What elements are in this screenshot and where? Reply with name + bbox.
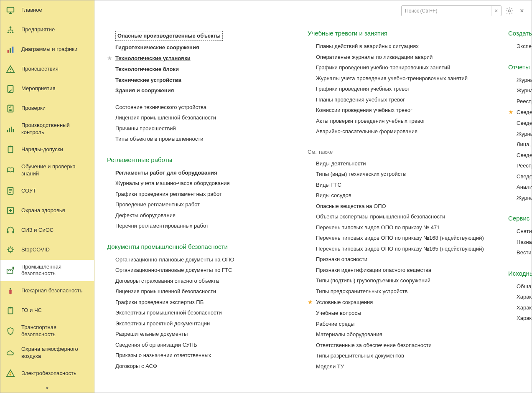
sidebar-item-events[interactable]: Мероприятия (0, 79, 94, 99)
sidebar-item-incidents[interactable]: Происшествия (0, 59, 94, 79)
sidebar-item-health[interactable]: Охрана здоровья (0, 201, 94, 221)
link[interactable]: Сняти (517, 227, 532, 236)
link[interactable]: Материалы оборудования (316, 330, 382, 339)
link[interactable]: Графики проведения учебных тревог (316, 85, 410, 93)
link[interactable]: Договоры с АСФ (115, 362, 157, 370)
sidebar-expand-down[interactable]: ▾ (0, 384, 94, 393)
link[interactable]: Разрешительные документы (115, 330, 188, 338)
link[interactable]: Реестр (517, 97, 532, 106)
link[interactable]: Модели ТУ (316, 363, 344, 371)
link[interactable]: Характ (517, 304, 532, 312)
link[interactable]: Сведения об организации СУПБ (115, 341, 197, 349)
sidebar-item-stopcovid[interactable]: StopCOVID (0, 240, 94, 260)
link[interactable]: Вести (517, 248, 532, 257)
link[interactable]: Приказы о назначении ответственных (115, 351, 211, 360)
link[interactable]: Лицензия промышленной безопасности (115, 114, 216, 122)
sidebar-item-industrial-safety[interactable]: Промышленная безопасность (0, 260, 94, 281)
link[interactable]: Признаки опасности (316, 255, 367, 264)
sidebar-item-prod-control[interactable]: Производственный контроль (0, 118, 94, 140)
sidebar-item-diagrams[interactable]: Диаграммы и графики (0, 40, 94, 59)
sidebar-item-electro[interactable]: Электробезопасность (0, 364, 94, 383)
link[interactable]: Графики проведения учебно-тренировочных … (316, 63, 450, 72)
link[interactable]: Виды сосудов (316, 191, 351, 200)
link[interactable]: Состояние технического устройства (115, 103, 206, 112)
link[interactable]: Журна (517, 194, 532, 202)
link[interactable]: Графики проведения регламентных работ (115, 190, 222, 198)
sidebar-item-enterprise[interactable]: Предприятие (0, 20, 94, 40)
search-clear-button[interactable]: × (491, 6, 501, 16)
sidebar-item-transport[interactable]: Транспортная безопасность (0, 320, 94, 342)
link[interactable]: Лица, (517, 140, 531, 149)
link[interactable]: Проведение регламентных работ (115, 200, 200, 209)
link[interactable]: Организационно-плановые документы на ОПО (115, 256, 234, 264)
link[interactable]: Характ (517, 314, 532, 322)
link[interactable]: Журна (517, 130, 532, 138)
content-scroll[interactable]: Опасные производственные объекты Гидроте… (94, 21, 532, 393)
link[interactable]: Реестр (517, 162, 532, 170)
link[interactable]: Аварийно-спасательные формирования (316, 127, 417, 136)
sidebar-item-permits[interactable]: Наряды-допуски (0, 140, 94, 160)
sidebar-item-go-chs[interactable]: ГО и ЧС (0, 301, 94, 320)
link[interactable]: Перечень типовых видов ОПО по приказу №1… (316, 245, 484, 253)
link[interactable]: Типы разрешительных документов (316, 352, 404, 360)
sidebar-item-training[interactable]: Обучение и проверка знаний (0, 160, 94, 181)
sidebar-item-atmosphere[interactable]: Охрана атмосферного воздуха (0, 342, 94, 364)
link[interactable]: Ответственные за обеспечение безопасност… (316, 341, 432, 350)
link[interactable]: Рабочие среды (316, 320, 354, 328)
link[interactable]: Типы предохранительных устройств (316, 287, 407, 296)
link[interactable]: Перечни регламентированных работ (115, 222, 209, 230)
link[interactable]: Сведе (517, 108, 532, 117)
link[interactable]: Анали (517, 183, 532, 191)
link[interactable]: Объекты экспертизы промышленной безопасн… (316, 213, 445, 221)
link[interactable]: Договоры страхования опасного объекта (115, 277, 219, 285)
link-tech-devices[interactable]: Технические устройства (115, 76, 181, 84)
link[interactable]: Типы (виды) технических устройств (316, 170, 406, 178)
link-buildings[interactable]: Здания и сооружения (115, 86, 174, 95)
link[interactable]: Причины происшествий (115, 124, 176, 133)
link[interactable]: Типы (подтипы) грузоподъемных сооружений (316, 276, 430, 285)
link[interactable]: Журна (517, 86, 532, 95)
link[interactable]: Сведе (517, 172, 532, 181)
link-tech-blocks[interactable]: Технологические блоки (115, 65, 179, 74)
link[interactable]: Виды ГТС (316, 181, 341, 189)
link[interactable]: Комиссии проведения учебных тревог (316, 106, 412, 114)
sidebar-item-sout[interactable]: СОУТ (0, 181, 94, 201)
settings-button[interactable] (505, 6, 514, 15)
link[interactable]: Регламенты работ для оборудования (115, 169, 217, 177)
link[interactable]: Условные сокращения (316, 298, 373, 307)
close-button[interactable]: × (517, 6, 527, 15)
link[interactable]: Журналы учета проведения учебно-трениров… (316, 74, 468, 83)
link[interactable]: Учебные вопросы (316, 309, 361, 317)
link[interactable]: Экспертизы проектной документации (115, 319, 210, 328)
link[interactable]: Лицензия промышленной безопасности (115, 287, 216, 296)
link[interactable]: Графики проведения экспертиз ПБ (115, 298, 204, 307)
link[interactable]: Сведе (517, 119, 532, 127)
link-opo[interactable]: Опасные производственные объекты (115, 31, 223, 41)
link[interactable]: Назна (517, 238, 532, 246)
link[interactable]: Планы проведения учебных тревог (316, 96, 405, 104)
link[interactable]: Журналы учета машино-часов оборудования (115, 179, 229, 188)
sidebar-item-checks[interactable]: Проверки (0, 99, 94, 118)
link[interactable]: Виды деятельности (316, 160, 366, 168)
link[interactable]: Дефекты оборудования (115, 211, 176, 220)
link[interactable]: Экспе (517, 42, 532, 51)
link[interactable]: Сведе (517, 151, 532, 160)
link[interactable]: Экспертизы промышленной безопасности (115, 309, 222, 317)
link[interactable]: Характ (517, 293, 532, 301)
link[interactable]: Перечень типовых видов ОПО по приказу №1… (316, 234, 484, 242)
sidebar-item-fire-safety[interactable]: Пожарная безопасность (0, 281, 94, 301)
link[interactable]: Обща (517, 282, 531, 291)
link[interactable]: Журна (517, 76, 532, 84)
search-input[interactable] (402, 8, 491, 14)
sidebar-item-main[interactable]: Главное (0, 0, 94, 20)
link[interactable]: Планы действий в аварийных ситуациях (316, 42, 419, 51)
link[interactable]: Оперативные журналы по ликвидации аварий (316, 53, 433, 61)
link[interactable]: Акты проверки проведения учебных тревог (316, 117, 425, 125)
link[interactable]: Перечень типовых видов ОПО по приказу № … (316, 223, 440, 232)
link[interactable]: Признаки идентификации опасного вещества (316, 266, 431, 274)
link[interactable]: Опасные вещества на ОПО (316, 202, 386, 210)
link-tech-units[interactable]: Технологические установки (115, 54, 191, 63)
link-gts[interactable]: Гидротехнические сооружения (115, 43, 199, 52)
link[interactable]: Типы объектов в промышленности (115, 135, 203, 143)
sidebar-item-ppe[interactable]: СИЗ и СиОС (0, 221, 94, 240)
